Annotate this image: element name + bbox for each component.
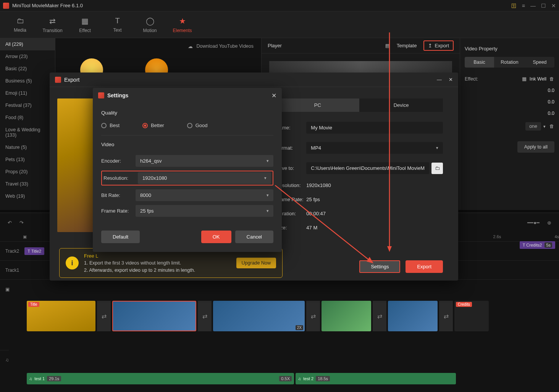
sidebar-item-nature[interactable]: Nature (5) xyxy=(0,141,55,153)
video-clip[interactable]: Title xyxy=(27,301,95,331)
prop-value: 0.0 xyxy=(548,99,554,105)
apply-to-all-button[interactable]: Apply to all xyxy=(517,141,554,153)
app-icon xyxy=(3,3,9,9)
tool-transition[interactable]: ⇄Transition xyxy=(36,11,69,38)
redo-icon[interactable]: ↷ xyxy=(19,220,24,226)
tab-basic[interactable]: Basic xyxy=(465,57,494,68)
sidebar-item-pets[interactable]: Pets (13) xyxy=(0,153,55,166)
ok-button[interactable]: OK xyxy=(201,231,231,243)
sidebar-item-props[interactable]: Props (20) xyxy=(0,166,55,178)
marker-icon[interactable]: ▣ xyxy=(23,234,27,239)
download-youtube-link[interactable]: Download YouTube Videos xyxy=(197,44,254,49)
video-clip[interactable] xyxy=(388,301,438,331)
maximize-icon[interactable]: ☐ xyxy=(541,3,546,9)
sidebar-item-food[interactable]: Food (8) xyxy=(0,111,55,124)
upgrade-line: 1. Export the first 3 videos without len… xyxy=(84,260,231,267)
sidebar-item-love[interactable]: Love & Wedding (133) xyxy=(0,124,55,141)
export-icon: ↥ xyxy=(428,43,432,48)
transition-icon[interactable]: ⇄ xyxy=(97,301,111,331)
tool-effect[interactable]: ▦Effect xyxy=(69,11,101,38)
close-icon[interactable]: ✕ xyxy=(449,77,453,82)
license-key-icon[interactable]: ⚿ xyxy=(511,3,517,9)
export-tab-pc[interactable]: PC xyxy=(276,98,359,112)
upgrade-now-button[interactable]: Upgrade Now xyxy=(236,258,276,268)
time-mark: 4s xyxy=(554,234,559,239)
audio-clip[interactable]: ♫ test 2 18.5s xyxy=(296,373,456,384)
chevron-down-icon: ▾ xyxy=(264,176,267,181)
sidebar-item-travel[interactable]: Travel (33) xyxy=(0,178,55,190)
cancel-button[interactable]: Cancel xyxy=(235,231,273,243)
sidebar-item-arrow[interactable]: Arrow (23) xyxy=(0,50,55,63)
name-input[interactable]: My Movie xyxy=(306,122,443,134)
prop-value: 0.0 xyxy=(548,111,554,116)
credits-title-clip[interactable]: T Credits2 5s xyxy=(520,241,555,249)
close-icon[interactable]: ✕ xyxy=(551,3,556,9)
bitrate-label: Bit Rate: xyxy=(101,192,136,198)
bitrate-select[interactable]: 8000▾ xyxy=(136,189,273,201)
sidebar-item-business[interactable]: Business (5) xyxy=(0,75,55,87)
tool-motion[interactable]: ◯Motion xyxy=(134,11,166,38)
transition-icon[interactable]: ⇄ xyxy=(198,301,212,331)
sidebar-item-all[interactable]: All (229) xyxy=(0,38,55,50)
transition-icon[interactable]: ⇄ xyxy=(306,301,320,331)
delete-effect-icon[interactable]: 🗑 xyxy=(549,76,554,82)
export-tab-device[interactable]: Device xyxy=(359,98,443,112)
tool-elements[interactable]: ★Elements xyxy=(166,11,199,38)
menu-icon[interactable]: ≡ xyxy=(522,3,525,9)
delete-icon[interactable]: 🗑 xyxy=(549,124,554,129)
chevron-down-icon[interactable]: ▾ xyxy=(543,124,546,129)
template-button[interactable]: Template xyxy=(397,43,417,48)
export-button-top[interactable]: ↥ Export xyxy=(423,40,454,51)
framerate-select[interactable]: 25 fps▾ xyxy=(136,205,273,217)
browse-folder-button[interactable]: 🗀 xyxy=(431,163,443,174)
format-select[interactable]: MP4▾ xyxy=(306,142,443,154)
framerate-value: 25 fps xyxy=(306,197,320,202)
app-title: MiniTool MovieMaker Free 6.1.0 xyxy=(12,3,83,8)
quality-better-radio[interactable]: Better xyxy=(142,123,164,128)
transition-icon[interactable]: ⇄ xyxy=(373,301,386,331)
quality-good-radio[interactable]: Good xyxy=(187,123,208,128)
download-icon: ☁ xyxy=(188,44,193,49)
minimize-icon[interactable]: — xyxy=(437,77,442,82)
tab-rotation[interactable]: Rotation xyxy=(495,57,524,68)
saveto-input[interactable]: C:\Users\Helen Green\Documents\MiniTool … xyxy=(306,162,429,174)
encoder-select[interactable]: h264_qsv▾ xyxy=(136,155,273,167)
credits-clip[interactable]: Credits xyxy=(454,301,489,331)
sidebar-item-emoji[interactable]: Emoji (11) xyxy=(0,87,55,99)
zoom-in-icon[interactable]: ⊕ xyxy=(547,220,551,226)
undo-icon[interactable]: ↶ xyxy=(8,220,12,226)
chevron-down-icon: ▾ xyxy=(267,208,269,213)
sidebar-item-web[interactable]: Web (19) xyxy=(0,190,55,202)
tool-media[interactable]: 🗀Media xyxy=(4,11,36,38)
video-property-panel: Video Property Basic Rotation Speed Effe… xyxy=(460,38,559,210)
tab-speed[interactable]: Speed xyxy=(525,57,554,68)
zoom-slider[interactable]: ━━●━ xyxy=(527,220,540,226)
video-clip[interactable]: 2X xyxy=(213,301,305,331)
clip-badge: Credits xyxy=(456,302,472,307)
chevron-down-icon: ▾ xyxy=(436,145,438,150)
framerate-label: Frame Rate: xyxy=(101,208,136,214)
info-icon: i xyxy=(66,256,79,269)
duration-value: 00:00:47 xyxy=(306,211,326,216)
time-mark: 2.6s xyxy=(493,234,501,239)
title-clip[interactable]: T Title2 xyxy=(24,247,44,255)
effect-picker-icon[interactable]: ▦ xyxy=(522,76,527,82)
video-clip[interactable] xyxy=(322,301,371,331)
default-button[interactable]: Default xyxy=(101,231,140,243)
audio-clip[interactable]: ♫ test 1 29.1s0.5X xyxy=(27,373,294,384)
close-icon[interactable]: ✕ xyxy=(271,92,276,99)
tool-text[interactable]: TText xyxy=(101,11,134,38)
combine-mode: one xyxy=(525,122,541,131)
sidebar-item-festival[interactable]: Festival (37) xyxy=(0,99,55,111)
video-section-label: Video xyxy=(101,138,273,151)
settings-button[interactable]: Settings xyxy=(359,260,400,273)
sidebar-item-basic[interactable]: Basic (22) xyxy=(0,63,55,75)
prop-value: 0.0 xyxy=(548,88,554,93)
export-confirm-button[interactable]: Export xyxy=(406,260,443,273)
speed-badge: 2X xyxy=(296,325,303,330)
resolution-select[interactable]: 1920x1080▾ xyxy=(138,172,271,184)
transition-icon[interactable]: ⇄ xyxy=(439,301,453,331)
minimize-icon[interactable]: — xyxy=(530,3,536,9)
video-clip-selected[interactable] xyxy=(112,301,196,331)
quality-best-radio[interactable]: Best xyxy=(101,123,120,128)
